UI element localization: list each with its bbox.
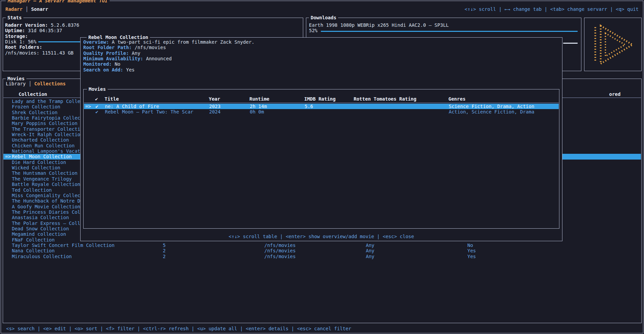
- column-header-runtime: Runtime: [249, 96, 269, 102]
- movie-year: 2023: [209, 104, 221, 109]
- stats-uptime-value: 31d 04:35:37: [28, 28, 62, 33]
- collection-name: The Vengeance Trilogy: [12, 176, 72, 182]
- collection-quality-profile: Any: [366, 248, 374, 253]
- field-overview: Overview: A two-part sci-fi epic from fi…: [83, 39, 254, 45]
- app-title: Managarr – A Servarr management TUI: [6, 0, 110, 3]
- movie-title: ne: A Child of Fire: [105, 104, 159, 109]
- movie-year: 2024: [209, 109, 221, 114]
- field-overview-label: Overview:: [83, 39, 109, 45]
- collection-name: Shrek Collection: [12, 110, 58, 115]
- download-gauge-2-fragment: [563, 43, 578, 44]
- download-item-progress: 52%: [309, 28, 317, 33]
- movie-genres: Action, Science Fiction, Drama: [449, 109, 534, 114]
- field-overview-value: A two-part sci-fi epic from filmmaker Za…: [112, 39, 254, 45]
- collection-name: Frozen Collection: [12, 104, 60, 109]
- movies-tab-separator: │: [28, 81, 31, 86]
- column-header-genres: Genres: [448, 96, 466, 102]
- column-header-title: Title: [105, 96, 119, 102]
- field-minimum-availability-label: Minimum Availability:: [83, 56, 143, 61]
- field-root-folder-value: /nfs/movies: [135, 45, 166, 50]
- column-header-collection: Collection: [19, 91, 47, 97]
- stats-panel-title: Stats: [6, 15, 23, 20]
- collection-monitored: Yes: [467, 254, 476, 259]
- tab-radarr[interactable]: Radarr: [5, 6, 23, 12]
- tab-sonarr[interactable]: Sonarr: [31, 6, 48, 12]
- collection-name: Miraculous Collection: [12, 254, 72, 259]
- collection-root-folder: /nfs/movies: [264, 243, 296, 248]
- collection-name: Miss Congeniality Collection: [12, 193, 92, 198]
- collection-name: Dead Snow Collection: [12, 226, 69, 231]
- collection-name: Taylor Swift Concert Film Collection: [12, 243, 114, 248]
- field-search-on-add-value: Yes: [126, 67, 134, 72]
- column-header-imdb-rating: IMDB Rating: [304, 96, 336, 102]
- collection-name: Anastasia Collection: [12, 215, 69, 220]
- stats-uptime-label: Uptime:: [5, 28, 25, 33]
- servarr-tab-bar: Radarr │ Sonarr: [5, 6, 48, 12]
- field-monitored: Monitored: No: [83, 61, 254, 67]
- movies-tab-bar: Library │ Collections: [6, 81, 66, 86]
- collection-name: Mary Poppins Collection: [12, 121, 77, 126]
- collection-name: Wreck-It Ralph Collection: [12, 132, 83, 137]
- field-minimum-availability-value: Announced: [146, 56, 172, 61]
- movie-row[interactable]: => ✔ ne: A Child of Fire 2023 2h 14m 5.6…: [84, 104, 559, 109]
- collection-quality-profile: Any: [366, 243, 374, 248]
- collection-row[interactable]: Nana Collection 2 /nfs/movies Any Yes: [3, 248, 641, 253]
- collection-row[interactable]: Taylor Swift Concert Film Collection 5 /…: [3, 243, 641, 248]
- stats-version-line: Radarr Version: 5.2.6.8376: [5, 22, 301, 28]
- modal-movies-list: => ✔ ne: A Child of Fire 2023 2h 14m 5.6…: [84, 104, 559, 115]
- collection-quality-profile: Any: [366, 254, 374, 259]
- download-item-title: Earth 1998 1080p WEBRip x265 Hindi AAC2.…: [309, 22, 449, 28]
- collection-name: Battle Royale Collection: [12, 182, 80, 187]
- tab-library[interactable]: Library: [6, 81, 26, 86]
- field-minimum-availability: Minimum Availability: Announced: [83, 56, 254, 61]
- movies-panel-title: Movies: [6, 76, 26, 81]
- collection-movie-count: 2: [163, 248, 165, 253]
- field-monitored-value: No: [115, 61, 120, 67]
- field-quality-profile-label: Quality Profile:: [83, 50, 129, 56]
- collection-name: A Goofy Movie Collection: [12, 204, 80, 209]
- modal-movies-box: Movies ✔ Title Year Runtime IMDB Rating …: [83, 89, 559, 229]
- monitored-check-icon: ✔: [95, 109, 98, 114]
- field-root-folder-label: Root Folder Path:: [83, 45, 132, 50]
- field-quality-profile: Quality Profile: Any: [83, 50, 254, 56]
- modal-movies-box-title: Movies: [87, 86, 108, 92]
- collection-monitored: Yes: [467, 248, 476, 253]
- collection-movie-count: 5: [163, 243, 165, 248]
- column-header-rotten-tomatoes: Rotten Tomatoes Rating: [354, 96, 416, 102]
- field-root-folder: Root Folder Path: /nfs/movies: [83, 45, 254, 50]
- collection-name: Uncharted Collection: [12, 137, 69, 143]
- collection-root-folder: /nfs/movies: [264, 254, 296, 259]
- movie-runtime: 0h 0m: [250, 109, 264, 114]
- collection-name: Wicked Collection: [12, 165, 60, 170]
- collection-name: Chicken Run Collection: [12, 143, 74, 148]
- collection-root-folder: /nfs/movies: [264, 248, 296, 253]
- collection-name: Die Hard Collection: [12, 160, 66, 165]
- logo-panel: [584, 18, 642, 71]
- tab-collections[interactable]: Collections: [34, 81, 66, 86]
- movie-row[interactable]: ✔ Rebel Moon – Part Two: The Scar 2024 0…: [84, 109, 559, 114]
- collection-name: Rebel Moon Collection: [12, 154, 72, 159]
- collection-name: The Huntsman Collection: [12, 170, 77, 176]
- collection-name: The Transporter Collection: [12, 126, 86, 132]
- collection-movie-count: 2: [163, 254, 165, 259]
- collection-name: Megamind collection: [12, 231, 66, 237]
- monitored-check-icon: ✔: [95, 104, 98, 109]
- selection-arrow-icon: =>: [85, 104, 91, 109]
- column-header-year: Year: [209, 96, 220, 102]
- field-monitored-label: Monitored:: [83, 61, 112, 67]
- top-help-text: <↑↓> scroll | ←→ change tab | <tab> chan…: [465, 6, 639, 12]
- selection-arrow-icon: =>: [5, 154, 11, 159]
- field-quality-profile-value: Any: [132, 50, 140, 56]
- collection-name: Ted Collection: [12, 187, 52, 193]
- modal-help-text: <↑↓> scroll table | <enter> show overvie…: [81, 234, 562, 239]
- stats-version-label: Radarr Version:: [5, 22, 48, 28]
- tab-separator: │: [25, 6, 28, 12]
- modal-movies-header-underline: [84, 103, 559, 103]
- movie-runtime: 2h 14m: [250, 104, 267, 109]
- managarr-logo-icon: [593, 24, 635, 66]
- downloads-panel-title: Downloads: [309, 15, 338, 20]
- collection-name: FNaF Collection: [12, 237, 54, 243]
- collection-name: Nana Collection: [12, 248, 54, 253]
- collection-row[interactable]: Miraculous Collection 2 /nfs/movies Any …: [3, 254, 641, 259]
- collection-monitored: No: [467, 243, 473, 248]
